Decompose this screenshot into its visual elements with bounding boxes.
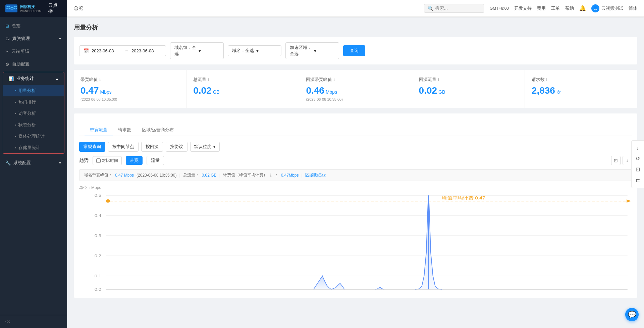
stat-origin-traffic-label: 回源流量 ℹ (419, 77, 518, 83)
flow-btn[interactable]: 流量 (147, 156, 164, 165)
help-link[interactable]: 帮助 (565, 5, 574, 11)
domain-group-label: 域名组：全选 (174, 45, 196, 57)
business-label: 业务统计 (16, 76, 34, 82)
sidebar-sub-popular[interactable]: 热门排行 (3, 96, 64, 108)
svg-text:2023-06-08 05:45:00: 2023-06-08 05:45:00 (211, 292, 253, 293)
stat-traffic-label: 总流量 ℹ (193, 77, 292, 83)
sidebar-item-overview[interactable]: ⊞ 总览 (0, 19, 67, 32)
nav-title: 云点播 (48, 2, 62, 14)
collapse-button[interactable]: << (5, 319, 62, 324)
topbar-nav: 总览 (74, 5, 83, 11)
stat-origin-bw-value: 0.46Mbps (306, 85, 405, 96)
stat-total-traffic: 总流量 ℹ 0.02GB (186, 70, 299, 108)
chart-canvas: 0.5 0.4 0.3 0.2 0.1 0.0 峰值平均计费 0.47 (79, 192, 632, 293)
sidebar-sub-visitor[interactable]: 访客分析 (3, 108, 64, 119)
fee-link[interactable]: 费用 (537, 5, 546, 11)
language-switcher[interactable]: 简体 (629, 5, 637, 11)
resize-float-btn[interactable]: ⊏ (633, 176, 642, 185)
compare-time-toggle[interactable]: 对比时间 (93, 156, 122, 165)
search-box[interactable]: 🔍 (424, 4, 484, 13)
svg-point-14 (106, 199, 110, 203)
download-float-btn[interactable]: ↓ (633, 143, 642, 153)
user-area[interactable]: 云 云视频测试 (591, 4, 623, 12)
query-button[interactable]: 查询 (343, 45, 365, 56)
topbar-right: 🔍 GMT+8:00 开发支持 费用 工单 帮助 🔔 云 云视频测试 简体 (424, 4, 637, 13)
date-end-input[interactable] (131, 48, 162, 53)
btn-normal-query[interactable]: 常规查询 (79, 142, 105, 152)
sidebar-sub-storage[interactable]: 存储量统计 (3, 142, 64, 153)
accel-region-select[interactable]: 加速区域：全选 ▼ (285, 42, 339, 59)
sys-config-arrow: ▼ (58, 161, 62, 165)
sidebar-item-self-config[interactable]: ⚙ 自助配置 (0, 58, 67, 71)
billing-info-icon[interactable]: ℹ (270, 173, 272, 178)
media-label: 媒资管理 (12, 36, 30, 42)
chat-button[interactable]: 💬 (625, 308, 639, 321)
calendar-icon: 📅 (84, 48, 89, 53)
trend-label: 趋势 (79, 157, 89, 163)
origin-bw-info-icon[interactable]: ℹ (333, 78, 335, 82)
sidebar-footer: << (0, 315, 67, 328)
svg-text:0.4: 0.4 (95, 214, 101, 218)
btn-mid-node[interactable]: 按中间节点 (108, 142, 139, 152)
domain-select[interactable]: 域名：全选 ▼ (228, 45, 281, 56)
bandwidth-info-icon[interactable]: ℹ (99, 78, 101, 82)
sidebar-item-cloud-edit[interactable]: ✂ 云端剪辑 (0, 45, 67, 58)
domain-group-select[interactable]: 域名组：全选 ▼ (170, 42, 224, 59)
svg-text:2023-06-08 08:35:00: 2023-06-08 08:35:00 (273, 292, 314, 293)
info-sep1: | (179, 173, 180, 178)
requests-info-icon[interactable]: ℹ (546, 78, 547, 82)
region-link[interactable]: 区域明细>> (305, 172, 326, 178)
svg-text:2023-06-08 11:25:00: 2023-06-08 11:25:00 (335, 292, 376, 293)
logo-brand: 网宿科技 (20, 4, 42, 9)
stat-requests-value: 2,836次 (532, 85, 631, 96)
btn-origin[interactable]: 按回源 (141, 142, 163, 152)
date-separator: ～ (124, 48, 129, 54)
user-avatar: 云 (591, 4, 599, 12)
sidebar-header: 网宿科技 WANGSU.COM 云点播 (0, 0, 67, 17)
peak-line-label: 峰值平均计费 0.47 (442, 196, 485, 200)
self-config-label: 自助配置 (12, 61, 30, 67)
ticket-link[interactable]: 工单 (551, 5, 560, 11)
collapse-label: << (5, 319, 10, 324)
btn-protocol[interactable]: 按协议 (166, 142, 187, 152)
dev-support-link[interactable]: 开发支持 (514, 5, 532, 11)
overview-label: 总览 (12, 23, 20, 29)
peak-value: 0.47 Mbps (115, 173, 134, 178)
svg-text:2023-06-08 17:05:00: 2023-06-08 17:05:00 (459, 292, 500, 293)
sidebar-sub-usage[interactable]: 用量分析 (3, 85, 64, 96)
refresh-float-btn[interactable]: ↺ (633, 154, 642, 163)
date-range-picker[interactable]: 📅 ～ (79, 45, 166, 56)
sidebar-sub-media-stats[interactable]: 媒体处理统计 (3, 131, 64, 142)
main-content: 用量分析 📅 ～ 域名组：全选 ▼ 域名：全选 ▼ 加速区域：全选 ▼ 查询 带… (67, 17, 644, 328)
download-icon[interactable]: ↓ (623, 156, 632, 165)
tab-requests[interactable]: 请求数 (113, 124, 137, 136)
sidebar-item-media[interactable]: 🗂 媒资管理 ▼ (0, 32, 67, 45)
stat-bandwidth-peak: 带宽峰值 ℹ 0.47Mbps (2023-06-08 10:35:00) (74, 70, 186, 108)
compare-checkbox[interactable] (96, 158, 101, 163)
sidebar-item-sys-config[interactable]: 🔧 系统配置 ▼ (0, 156, 67, 169)
sys-config-label: 系统配置 (13, 160, 31, 166)
svg-text:0.1: 0.1 (95, 274, 101, 278)
domain-label: 域名：全选 (232, 48, 254, 54)
cloud-edit-label: 云端剪辑 (12, 48, 29, 54)
traffic-info-icon[interactable]: ℹ (208, 78, 209, 82)
expand-icon[interactable]: ⊡ (611, 156, 621, 165)
total-label: 总流量： (183, 172, 199, 178)
sidebar-item-business[interactable]: 📊 业务统计 ▲ (3, 72, 64, 85)
tab-region[interactable]: 区域/运营商分布 (137, 124, 179, 136)
accel-label: 加速区域：全选 (290, 45, 312, 57)
chart-svg: 0.5 0.4 0.3 0.2 0.1 0.0 峰值平均计费 0.47 (79, 192, 632, 293)
search-input[interactable] (435, 6, 482, 11)
fullscreen-float-btn[interactable]: ⊡ (633, 165, 642, 174)
date-start-input[interactable] (92, 48, 122, 53)
notification-icon[interactable]: 🔔 (579, 5, 586, 11)
sidebar-sub-status[interactable]: 状态分析 (3, 119, 64, 131)
media-arrow: ▼ (58, 37, 62, 41)
origin-traffic-info-icon[interactable]: ℹ (438, 78, 439, 82)
granularity-select[interactable]: 默认粒度 ▼ (190, 142, 220, 152)
business-arrow: ▲ (55, 77, 59, 81)
bandwidth-btn[interactable]: 带宽 (126, 156, 143, 165)
tab-bandwidth[interactable]: 带宽流量 (85, 124, 113, 136)
trend-row: 趋势 对比时间 带宽 流量 ⊡ ↓ (79, 156, 632, 165)
stat-origin-traffic-value: 0.02GB (419, 85, 518, 96)
